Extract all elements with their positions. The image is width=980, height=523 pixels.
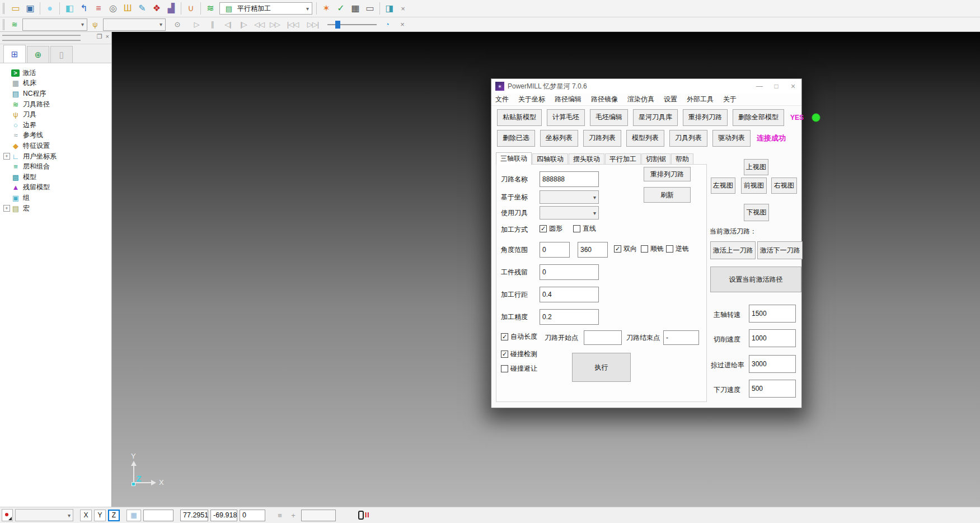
menu-settings[interactable]: 设置 bbox=[664, 95, 677, 104]
menu-about[interactable]: 关于 bbox=[723, 95, 737, 104]
tab-explorer-recycle[interactable]: ▯ bbox=[50, 46, 73, 63]
menu-path-edit[interactable]: 路径编辑 bbox=[555, 95, 582, 104]
sim-speed-slider[interactable] bbox=[327, 19, 377, 30]
tree-item-activate[interactable]: > 激活 bbox=[3, 68, 111, 78]
tree-item-stock-models[interactable]: ▲ 残留模型 bbox=[3, 183, 111, 193]
points-icon[interactable]: ❖ bbox=[150, 2, 163, 15]
play-button[interactable]: ▷ bbox=[189, 18, 204, 31]
reorder-toolpaths-button[interactable]: 重排列刀路 bbox=[683, 109, 728, 126]
view-bottom-button[interactable]: 下视图 bbox=[744, 204, 769, 221]
stepover-input[interactable] bbox=[540, 287, 599, 302]
checkbox-climb[interactable]: 顺铣 bbox=[641, 244, 664, 254]
sim-tool-icon[interactable]: ψ bbox=[90, 19, 101, 30]
delete-selected-button[interactable]: 删除已选 bbox=[497, 130, 535, 147]
set-active-path-button[interactable]: 设置当前激活路径 bbox=[710, 267, 801, 292]
lightbulb-icon[interactable]: ⊙ bbox=[172, 19, 183, 30]
model-list-button[interactable]: 模型列表 bbox=[626, 130, 664, 147]
menu-coords[interactable]: 关于坐标 bbox=[518, 95, 545, 104]
coord-list-icon[interactable]: ≡ bbox=[274, 511, 285, 520]
tree-item-models[interactable]: ▩ 模型 bbox=[3, 172, 111, 183]
tab-3axis[interactable]: 三轴联动 bbox=[496, 152, 532, 165]
axis-z-button[interactable]: Z bbox=[108, 510, 120, 521]
view-right-button[interactable]: 右视图 bbox=[771, 178, 797, 194]
tab-parallel[interactable]: 平行加工 bbox=[605, 153, 641, 165]
checkbox-bidirectional[interactable]: ✓ 双向 bbox=[614, 244, 637, 254]
menu-path-mirror[interactable]: 路径镜像 bbox=[591, 95, 618, 104]
tolerance-input[interactable] bbox=[540, 309, 599, 325]
tree-item-feature-sets[interactable]: ◆ 特征设置 bbox=[3, 141, 111, 151]
checkbox-circular[interactable]: ✓ 圆形 bbox=[540, 224, 562, 234]
skim-feed-input[interactable] bbox=[749, 355, 796, 373]
execute-button[interactable]: 执行 bbox=[572, 353, 631, 382]
verify-star-icon[interactable]: ✶ bbox=[320, 2, 333, 15]
tree-item-patterns[interactable]: ≈ 参考线 bbox=[3, 130, 111, 141]
strategy-dropdown[interactable]: ▤ 平行精加工 ▾ bbox=[219, 2, 312, 15]
paste-new-model-button[interactable]: 粘贴新模型 bbox=[497, 109, 542, 126]
menu-file[interactable]: 文件 bbox=[495, 95, 509, 104]
go-end-button[interactable]: ▷▷| bbox=[303, 18, 322, 31]
tree-item-levels-sets[interactable]: ≡ 层和组合 bbox=[3, 161, 111, 172]
viewport-3d[interactable]: Y X Z ✶ PowerMILL 忆梦星河 7.0.6 — □ × 文件 关于… bbox=[112, 32, 980, 507]
tree-item-nc-programs[interactable]: ▤ NC程序 bbox=[3, 88, 111, 99]
verify-check-icon[interactable]: ✓ bbox=[334, 2, 348, 15]
toolpath-s-icon[interactable]: ≋ bbox=[204, 2, 217, 15]
shaded-ball-icon[interactable]: ● bbox=[43, 2, 57, 15]
spindle-speed-input[interactable] bbox=[749, 305, 796, 323]
tree-item-groups[interactable]: ▣ 组 bbox=[3, 193, 111, 203]
save-icon[interactable]: ▣ bbox=[24, 2, 37, 15]
angle-to-input[interactable] bbox=[578, 242, 608, 258]
measure-icon[interactable]: ▭ bbox=[363, 2, 377, 15]
view-top-button[interactable]: 上视图 bbox=[744, 159, 768, 175]
tool-ball-icon[interactable]: ◎ bbox=[106, 2, 120, 15]
grid-size-field[interactable] bbox=[143, 510, 174, 521]
pattern-pencil-icon[interactable]: ✎ bbox=[135, 2, 149, 15]
activate-next-toolpath-button[interactable]: 激活下一刀路 bbox=[757, 241, 803, 259]
nc-program-icon[interactable]: ≡ bbox=[92, 2, 105, 15]
tree-item-workplanes[interactable]: + ∟ 用户坐标系 bbox=[3, 151, 111, 162]
reorder-toolpath-button[interactable]: 重排列刀路 bbox=[644, 167, 691, 181]
tab-explorer-web[interactable]: ⊕ bbox=[27, 46, 49, 63]
go-start-button[interactable]: |◁◁ bbox=[283, 18, 302, 31]
tree-item-machine[interactable]: ▦ 机床 bbox=[3, 78, 111, 89]
toolbar-grip[interactable] bbox=[3, 19, 6, 30]
toolholder-icon[interactable]: ▟ bbox=[165, 2, 178, 15]
checkbox-collision-avoid[interactable]: 碰撞避让 bbox=[501, 364, 537, 373]
toolpath-name-input[interactable] bbox=[540, 171, 599, 187]
use-tool-select[interactable]: ▾ bbox=[540, 206, 599, 220]
tree-item-tools[interactable]: ψ 刀具 bbox=[3, 109, 111, 120]
stock-allowance-input[interactable] bbox=[540, 264, 599, 280]
tab-saw[interactable]: 切割锯 bbox=[641, 153, 670, 165]
toolbar-grip[interactable] bbox=[3, 3, 6, 14]
panel-close-icon[interactable]: × bbox=[106, 33, 109, 40]
toolpath-draw-icon[interactable]: ↰ bbox=[77, 2, 91, 15]
refresh-button[interactable]: 刷新 bbox=[644, 187, 691, 203]
tab-explorer-tree[interactable]: ⊞ bbox=[3, 45, 26, 63]
tab-help[interactable]: 帮助 bbox=[671, 153, 693, 165]
block-icon[interactable]: ◧ bbox=[63, 2, 76, 15]
search-back-button[interactable]: ◁◁ bbox=[252, 18, 266, 31]
tools-pair-icon[interactable]: ◨ bbox=[383, 2, 396, 15]
toolpath-list-button[interactable]: 刀路列表 bbox=[583, 130, 621, 147]
queue-pause-indicator[interactable]: II bbox=[358, 511, 370, 520]
measure-field[interactable] bbox=[301, 510, 336, 521]
tree-expander[interactable]: + bbox=[3, 205, 10, 212]
tool-library-button[interactable]: 星河刀具库 bbox=[633, 109, 678, 126]
end-point-input[interactable] bbox=[663, 330, 699, 345]
statusbar-dropdown[interactable]: ▾ bbox=[15, 509, 73, 521]
coord-base-select[interactable]: ▾ bbox=[540, 190, 599, 204]
slider-handle[interactable] bbox=[335, 21, 340, 29]
clock-icon[interactable]: ◔ bbox=[382, 19, 393, 30]
menu-render-sim[interactable]: 渲染仿真 bbox=[627, 95, 654, 104]
axis-x-button[interactable]: X bbox=[80, 510, 92, 521]
view-front-button[interactable]: 前视图 bbox=[741, 178, 767, 194]
angle-from-input[interactable] bbox=[540, 242, 570, 258]
checkbox-conventional[interactable]: 逆铣 bbox=[666, 244, 689, 254]
checkbox-linear[interactable]: 直线 bbox=[573, 224, 596, 234]
toolbar-close-icon[interactable]: × bbox=[397, 3, 409, 14]
tool-arc-icon[interactable]: ∪ bbox=[184, 2, 198, 15]
tree-item-toolpaths[interactable]: ≋ 刀具路径 bbox=[3, 99, 111, 110]
block-edit-button[interactable]: 毛坯编辑 bbox=[590, 109, 628, 126]
tab-swivel[interactable]: 摆头联动 bbox=[569, 153, 604, 165]
collision-check-icon[interactable]: Ш bbox=[121, 2, 134, 15]
start-point-input[interactable] bbox=[584, 330, 622, 345]
